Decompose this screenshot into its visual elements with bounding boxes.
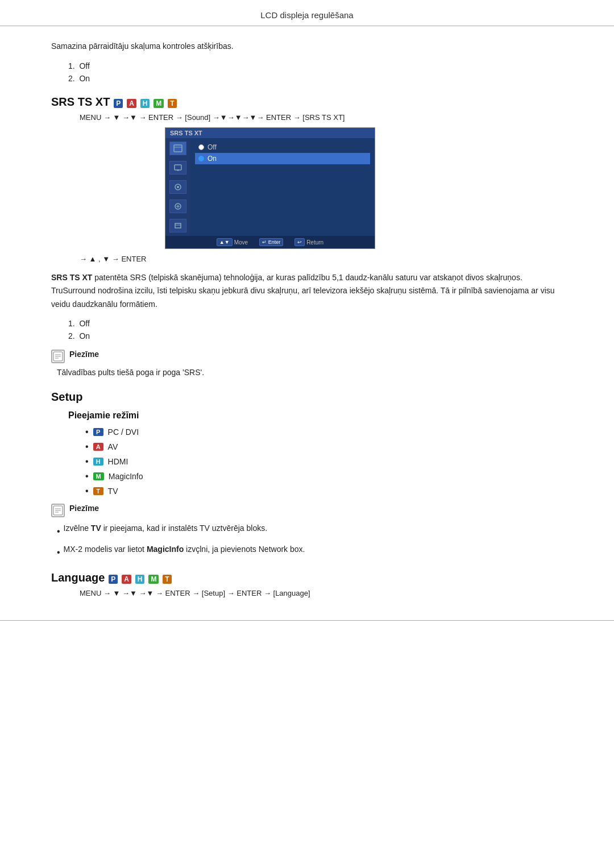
badge-h-setup: H (93, 458, 103, 466)
footer-move-key: ▲▼ (217, 238, 233, 246)
bullet-dot-3: • (85, 457, 89, 466)
page-container: LCD displeja regulēšana Samazina pārraid… (0, 0, 614, 868)
screenshot-body: Off On (165, 138, 375, 236)
intro-option-1: 1. Off (68, 61, 563, 70)
bullet-tv: • T TV (85, 487, 563, 496)
screenshot-icon-3 (169, 180, 186, 194)
srs-note-box: Piezīme (51, 350, 563, 363)
srs-heading-container: SRS TS XT P A H M T (51, 95, 563, 109)
srs-heading: SRS TS XT (51, 95, 110, 108)
bullet-pc-dvi: • P PC / DVI (85, 427, 563, 437)
radio-off (198, 144, 204, 150)
language-nav-text: MENU → ▼ →▼ →▼ → ENTER → [Setup] → ENTER… (80, 589, 563, 597)
note-dot-2: • (57, 545, 60, 560)
bullet-dot-1: • (85, 427, 89, 437)
srs-bold: SRS TS XT (51, 273, 92, 282)
note-icon-1 (51, 350, 65, 363)
svg-rect-2 (175, 165, 181, 170)
screenshot-content: Off On (190, 138, 375, 236)
language-heading: Language (51, 571, 105, 584)
setup-sub-heading: Pieejamie režīmi (68, 410, 563, 421)
srs-note-text: Tālvadības pults tiešā poga ir poga 'SRS… (57, 368, 563, 377)
srs-body-text: SRS TS XT patentēta SRS (telpiskā skanēj… (51, 271, 563, 310)
page-header: LCD displeja regulēšana (0, 0, 614, 26)
footer-return-key: ↩ (294, 238, 305, 246)
svg-rect-10 (175, 223, 181, 228)
screenshot-icon-5 (169, 219, 186, 232)
screenshot-off-label: Off (208, 143, 217, 151)
screenshot-icons (165, 138, 190, 236)
bullet-label-tv: TV (108, 487, 118, 496)
note-icon-2 (51, 504, 65, 517)
svg-point-6 (177, 186, 179, 188)
page-title: LCD displeja regulēšana (260, 10, 353, 20)
footer-move: ▲▼ Move (217, 238, 248, 246)
footer-move-label: Move (234, 239, 248, 246)
bullet-av: • A AV (85, 442, 563, 451)
screenshot-box: SRS TS XT (165, 127, 375, 249)
badge-a-setup: A (93, 443, 103, 451)
badge-m-setup: M (93, 472, 104, 480)
badge-h: H (140, 99, 150, 108)
setup-note-bullets: • Izvēlne TV ir pieejama, kad ir instalē… (57, 522, 563, 560)
bullet-dot-5: • (85, 487, 89, 496)
bullet-magicinfo: • M MagicInfo (85, 472, 563, 481)
note-dot-1: • (57, 524, 60, 539)
srs-nav-arrows: → ▲ , ▼ → ENTER (80, 255, 563, 263)
screenshot-icon-1 (169, 142, 186, 155)
note-bullet-text-1: Izvēlne TV ir pieejama, kad ir instalēts… (64, 522, 267, 534)
screenshot-footer: ▲▼ Move ↵ Enter ↩ Return (165, 236, 375, 248)
intro-option-2: 2. On (68, 74, 563, 83)
svg-rect-0 (174, 145, 182, 152)
badge-p: P (114, 99, 123, 108)
footer-enter: ↵ Enter (259, 238, 283, 246)
screenshot-title: SRS TS XT (170, 130, 202, 136)
badge-a: A (127, 99, 136, 108)
footer-enter-key: ↵ Enter (259, 238, 283, 246)
lang-badge-m: M (148, 575, 159, 584)
srs-note-content: Piezīme (69, 350, 99, 359)
footer-return: ↩ Return (294, 238, 323, 246)
bullet-label-av: AV (108, 442, 118, 451)
bullet-label-pc: PC / DVI (108, 427, 139, 437)
screenshot-menu-off: Off (195, 142, 370, 153)
screenshot-icon-4 (169, 200, 186, 213)
badge-p-setup: P (93, 428, 103, 436)
badge-t: T (168, 99, 176, 108)
lang-badge-h: H (135, 575, 145, 584)
main-content: Samazina pārraidītāju skaļuma kontroles … (0, 40, 614, 597)
setup-bullet-list: • P PC / DVI • A AV • H HDMI • M MagicIn… (85, 427, 563, 496)
note-bullet-2: • MX-2 modelis var lietot MagicInfo izvç… (57, 543, 563, 560)
badge-t-setup: T (93, 487, 103, 495)
srs-option-2: 2. On (68, 331, 563, 340)
radio-on (198, 156, 204, 161)
lang-badge-t: T (163, 575, 171, 584)
bullet-dot-2: • (85, 442, 89, 451)
srs-nav-text: MENU → ▼ →▼ → ENTER → [Sound] →▼→▼→▼→ EN… (80, 113, 563, 122)
srs-note-label: Piezīme (69, 350, 99, 359)
lang-badge-a: A (122, 575, 131, 584)
bullet-label-hdmi: HDMI (108, 457, 128, 466)
badge-m: M (154, 99, 164, 108)
setup-note-label: Piezīme (69, 504, 99, 513)
note-bullet-1: • Izvēlne TV ir pieejama, kad ir instalē… (57, 522, 563, 539)
bullet-label-magicinfo: MagicInfo (109, 472, 143, 481)
screenshot-on-label: On (208, 155, 217, 163)
bullet-hdmi: • H HDMI (85, 457, 563, 466)
intro-description: Samazina pārraidītāju skaļuma kontroles … (51, 40, 563, 52)
lang-badge-p: P (109, 575, 118, 584)
footer-return-label: Return (306, 239, 323, 246)
language-heading-container: Language P A H M T (51, 571, 563, 584)
note-bullet-text-2: MX-2 modelis var lietot MagicInfo izvçln… (64, 543, 305, 555)
setup-heading: Setup (51, 391, 563, 404)
screenshot-icon-2 (169, 161, 186, 175)
bullet-dot-4: • (85, 472, 89, 481)
screenshot-menu-on: On (195, 153, 370, 164)
srs-option-1: 1. Off (68, 319, 563, 328)
screenshot-container: SRS TS XT (165, 127, 375, 249)
srs-body-content: patentēta SRS (telpiskā skanējuma) tehno… (51, 273, 555, 308)
setup-note-box: Piezīme (51, 504, 563, 517)
screenshot-title-bar: SRS TS XT (165, 128, 375, 138)
page-footer (0, 620, 614, 632)
